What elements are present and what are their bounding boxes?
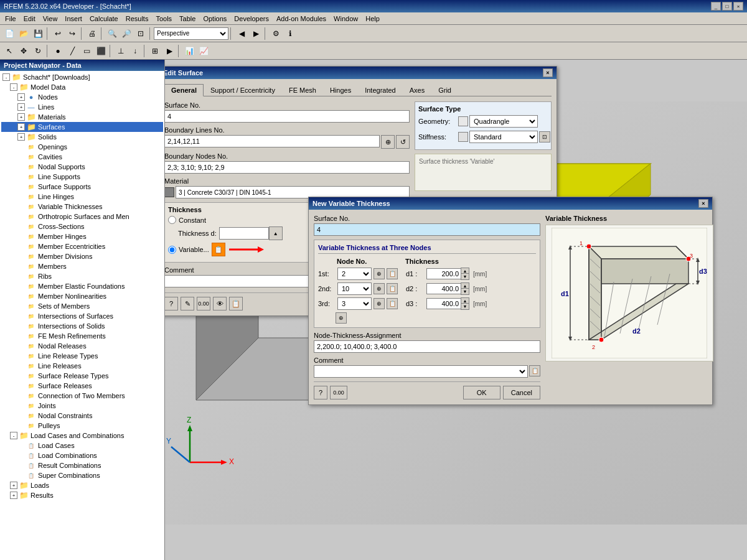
node-1st-select[interactable]: 2 (337, 268, 372, 280)
variable-edit-btn[interactable]: 📋 (212, 243, 225, 256)
line-icon[interactable]: ╱ (65, 44, 79, 58)
tree-item-ribs[interactable]: 📁 Ribs (1, 271, 163, 281)
info-icon[interactable]: ℹ (283, 27, 297, 40)
tree-item-int-sol[interactable]: 📁 Intersections of Solids (1, 321, 163, 331)
select-icon[interactable]: ↖ (2, 44, 16, 58)
viewport[interactable]: X Z Y Edit Surface × General Support / E… (165, 60, 747, 560)
minimize-btn[interactable]: _ (711, 2, 721, 11)
tab-femesh[interactable]: FE Mesh (282, 84, 323, 96)
menu-developers[interactable]: Developers (230, 14, 273, 24)
tree-item-surf-rel-types[interactable]: 📁 Surface Release Types (1, 371, 163, 381)
vt-cancel-btn[interactable]: Cancel (503, 386, 540, 399)
boundary-lines-input[interactable] (165, 135, 380, 147)
vt-zero-btn[interactable]: 0.00 (330, 386, 347, 399)
menu-table[interactable]: Table (176, 14, 199, 24)
navigate-fwd-icon[interactable]: ▶ (249, 27, 263, 40)
result-icon[interactable]: 📊 (182, 44, 196, 58)
tree-loads[interactable]: + 📁 Loads (1, 480, 163, 490)
tab-axes[interactable]: Axes (403, 84, 431, 96)
menu-calculate[interactable]: Calculate (86, 14, 122, 24)
mesh-icon[interactable]: ⊞ (148, 44, 162, 58)
surface-icon[interactable]: ▭ (80, 44, 93, 58)
tree-item-member-div[interactable]: 📁 Member Divisions (1, 251, 163, 261)
tree-item-member-ecc[interactable]: 📁 Member Eccentricities (1, 241, 163, 251)
vt-ok-btn[interactable]: OK (463, 386, 500, 399)
rotate-icon[interactable]: ↻ (31, 44, 45, 58)
copy-2nd-btn[interactable]: 📋 (387, 283, 398, 294)
res-expand[interactable]: + (10, 492, 17, 499)
d3-down[interactable]: ▼ (461, 304, 469, 309)
surface-no-input[interactable] (165, 110, 410, 123)
d2-up[interactable]: ▲ (461, 283, 469, 289)
geometry-select[interactable]: Quadrangle (469, 115, 538, 128)
tab-support[interactable]: Support / Eccentricity (204, 84, 282, 96)
thickness-up[interactable]: ▲ (269, 226, 283, 240)
tree-item-nodal-const[interactable]: 📁 Nodal Constraints (1, 411, 163, 421)
extra-icon-btn[interactable]: ⊕ (336, 312, 347, 324)
zoom-fit-icon[interactable]: ⊡ (134, 27, 148, 40)
tree-item-conn-two[interactable]: 📁 Connection of Two Members (1, 391, 163, 401)
tree-super-combinations[interactable]: 📋 Super Combinations (1, 470, 163, 480)
menu-view[interactable]: View (39, 14, 62, 24)
move-icon[interactable]: ✥ (17, 44, 31, 58)
tree-item-fe-mesh[interactable]: 📁 FE Mesh Refinements (1, 331, 163, 341)
node-3rd-select[interactable]: 3 (337, 297, 372, 310)
menu-tools[interactable]: Tools (152, 14, 176, 24)
node-2nd-select[interactable]: 10 (337, 282, 372, 295)
tree-item-surf-sup[interactable]: 📁 Surface Supports (1, 182, 163, 192)
tree-item-lr-types[interactable]: 📁 Line Release Types (1, 351, 163, 361)
tree-item-line-hinges[interactable]: 📁 Line Hinges (1, 192, 163, 202)
tree-item-nodal-sup[interactable]: 📁 Nodal Supports (1, 162, 163, 172)
var-thick-title[interactable]: New Variable Thickness × (309, 197, 712, 210)
zoom-out-icon[interactable]: 🔎 (120, 27, 133, 40)
vt-comment-btn[interactable]: 📋 (529, 365, 540, 376)
navigate-icon[interactable]: ◀ (235, 27, 248, 40)
zero-btn-surface[interactable]: 0.00 (197, 297, 210, 310)
sol-expand[interactable]: + (17, 133, 25, 141)
tree-item-mel-found[interactable]: 📁 Member Elastic Foundations (1, 281, 163, 291)
boundary-nodes-input[interactable] (165, 161, 410, 174)
tree-item-line-sup[interactable]: 📁 Line Supports (1, 172, 163, 182)
title-bar-buttons[interactable]: _ □ × (711, 2, 743, 11)
edit-btn-surface[interactable]: ✎ (181, 297, 194, 310)
copy-btn-surface[interactable]: 📋 (229, 297, 243, 310)
tree-item-nodes[interactable]: + ● Nodes (1, 92, 163, 102)
tab-general[interactable]: General (165, 84, 204, 96)
solid-icon[interactable]: ⬛ (94, 44, 108, 58)
tree-load-comb-group[interactable]: - 📁 Load Cases and Combinations (1, 431, 163, 441)
edit-surface-close[interactable]: × (543, 68, 553, 77)
tab-hinges[interactable]: Hinges (323, 84, 358, 96)
tree-item-pulleys[interactable]: 📁 Pulleys (1, 421, 163, 431)
menu-insert[interactable]: Insert (61, 14, 86, 24)
maximize-btn[interactable]: □ (722, 2, 732, 11)
tab-grid[interactable]: Grid (431, 84, 458, 96)
print-icon[interactable]: 🖨 (85, 27, 99, 40)
tree-item-cavities[interactable]: 📁 Cavities (1, 152, 163, 162)
vt-comment-select[interactable] (314, 365, 528, 378)
d1-up[interactable]: ▲ (461, 268, 469, 274)
pick-1st-btn[interactable]: ⊕ (374, 268, 385, 279)
zoom-in-icon[interactable]: 🔍 (105, 27, 119, 40)
tree-item-materials[interactable]: + 📁 Materials (1, 112, 163, 122)
d1-spinbtns[interactable]: ▲ ▼ (461, 268, 469, 280)
tree-item-members[interactable]: 📁 Members (1, 261, 163, 271)
loads-expand[interactable]: + (10, 482, 17, 489)
tree-item-ortho[interactable]: 📁 Orthotropic Surfaces and Men (1, 212, 163, 222)
support-icon[interactable]: ⊥ (114, 44, 128, 58)
variable-radio[interactable] (168, 246, 176, 254)
undo-icon[interactable]: ↩ (51, 27, 65, 40)
menu-window[interactable]: Window (330, 14, 362, 24)
d2-input[interactable] (426, 283, 461, 294)
tree-item-mem-nonlin[interactable]: 📁 Member Nonlinearities (1, 291, 163, 301)
mat-expand[interactable]: + (17, 113, 25, 121)
constant-radio[interactable] (168, 216, 176, 224)
tree-item-nodal-rel[interactable]: 📁 Nodal Releases (1, 341, 163, 351)
settings-icon[interactable]: ⚙ (269, 27, 283, 40)
boundary-lines-reverse[interactable]: ↺ (396, 135, 410, 149)
model-expand[interactable]: - (10, 83, 17, 91)
edit-surface-title[interactable]: Edit Surface × (165, 67, 557, 79)
nodes-expand[interactable]: + (17, 93, 25, 101)
open-icon[interactable]: 📂 (17, 27, 31, 40)
tree-item-member-hinges[interactable]: 📁 Member Hinges (1, 231, 163, 241)
view-btn-surface[interactable]: 👁 (213, 297, 227, 310)
